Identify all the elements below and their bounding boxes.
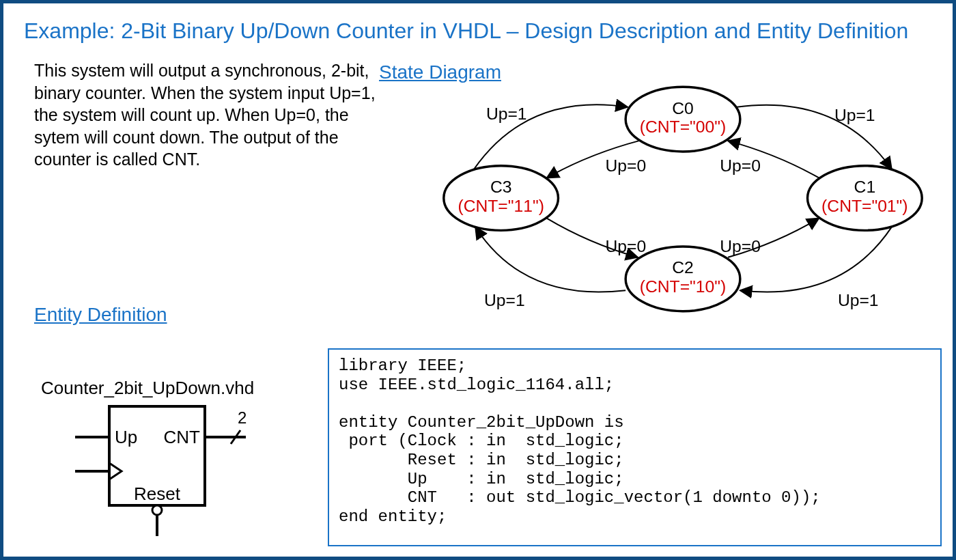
state-c3-output: (CNT="11") — [458, 197, 544, 215]
edge-c3-c0-label: Up=1 — [486, 104, 527, 123]
state-diagram: C0 (CNT="00") C1 (CNT="01") C2 (CNT="10"… — [434, 79, 932, 318]
entity-definition-header: Entity Definition — [34, 304, 167, 326]
edge-c0-c1-label: Up=1 — [834, 106, 875, 124]
edge-c1-c0-label: Up=0 — [720, 156, 761, 175]
port-reset-label: Reset — [134, 484, 181, 504]
state-c3-name: C3 — [490, 178, 512, 196]
edge-c2-c1-label: Up=0 — [720, 237, 761, 255]
edge-c2-c3-label: Up=1 — [484, 291, 525, 309]
state-c2-name: C2 — [672, 258, 694, 277]
edge-c0-c3-label: Up=0 — [606, 156, 647, 175]
vhdl-code: library IEEE; use IEEE.std_logic_1164.al… — [328, 348, 942, 546]
port-up-label: Up — [115, 427, 137, 447]
port-cnt-label: CNT — [164, 427, 201, 447]
vhdl-filename: Counter_2bit_UpDown.vhd — [41, 378, 254, 399]
svg-point-4 — [152, 505, 162, 515]
state-c0-output: (CNT="00") — [640, 117, 726, 136]
page-title: Example: 2-Bit Binary Up/Down Counter in… — [3, 3, 953, 44]
edge-c3-c2-label: Up=0 — [606, 237, 647, 255]
bus-width-label: 2 — [238, 408, 247, 427]
state-c0-name: C0 — [672, 99, 694, 117]
state-c1-output: (CNT="01") — [821, 197, 908, 215]
edge-c1-c2-label: Up=1 — [838, 291, 879, 309]
entity-block-diagram: Up Reset CNT 2 — [68, 403, 273, 546]
state-c1-name: C1 — [854, 178, 876, 196]
state-c2-output: (CNT="10") — [640, 277, 726, 296]
design-description: This system will output a synchronous, 2… — [34, 59, 376, 171]
